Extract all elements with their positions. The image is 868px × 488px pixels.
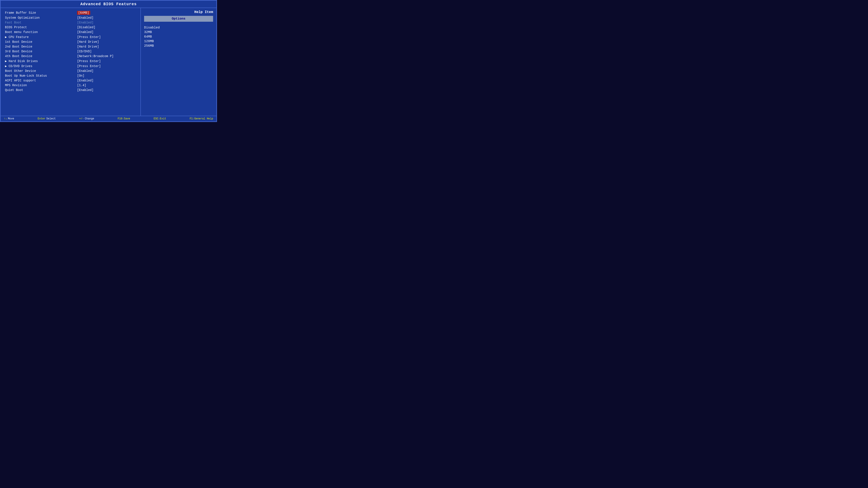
footer-item: F10:Save bbox=[118, 117, 130, 120]
bios-row[interactable]: Boot menu function[Enabled] bbox=[5, 30, 136, 34]
footer-desc: Select bbox=[46, 117, 56, 120]
bios-row[interactable]: BIOS Protect[Disabled] bbox=[5, 25, 136, 30]
option-item[interactable]: 256MB bbox=[144, 43, 213, 48]
bios-row[interactable]: Quiet Boot[Enabled] bbox=[5, 88, 136, 92]
row-label: 4th Boot Device bbox=[5, 55, 77, 58]
row-value: [1.4] bbox=[77, 84, 136, 87]
footer-item: F1:General Help bbox=[190, 117, 213, 120]
help-item-title: Help Item bbox=[144, 10, 213, 16]
footer-desc: Move bbox=[8, 117, 14, 120]
bios-row[interactable]: Boot Other Device[Enabled] bbox=[5, 69, 136, 73]
row-value: [Enabled] bbox=[77, 16, 136, 20]
bios-row[interactable]: 4th Boot Device[Network:Broadcom P] bbox=[5, 54, 136, 59]
options-box-title: Options bbox=[146, 17, 211, 21]
bios-row[interactable]: ACPI APIC support[Enabled] bbox=[5, 78, 136, 83]
options-box: Options bbox=[144, 16, 213, 22]
bios-row[interactable]: MPS Revision[1.4] bbox=[5, 83, 136, 88]
footer-item: +/-Change bbox=[79, 117, 94, 120]
bios-row[interactable]: ▶ Hard Disk Drives[Press Enter] bbox=[5, 59, 136, 64]
row-label: ▶ CD/DVD Drives bbox=[5, 64, 77, 68]
footer-item: EnterSelect bbox=[38, 117, 56, 120]
option-item[interactable]: 64MB bbox=[144, 34, 213, 39]
footer-key: ↑↓ bbox=[4, 117, 7, 120]
footer-key: +/- bbox=[79, 117, 84, 120]
row-label: MPS Revision bbox=[5, 84, 77, 87]
option-item[interactable]: 32MB bbox=[144, 30, 213, 34]
row-value: [Enabled] bbox=[77, 21, 136, 24]
bios-row[interactable]: System Optimization[Enabled] bbox=[5, 16, 136, 20]
row-label: 3rd Boot Device bbox=[5, 50, 77, 53]
row-label: System Optimization bbox=[5, 16, 77, 20]
footer-key: ESC:Exit bbox=[154, 117, 166, 120]
option-item[interactable]: 128MB bbox=[144, 39, 213, 43]
row-value: [Enabled] bbox=[77, 30, 136, 34]
page-title: Advanced BIOS Features bbox=[80, 2, 137, 6]
row-value: [Enabled] bbox=[77, 88, 136, 92]
row-value: [Press Enter] bbox=[77, 35, 136, 39]
row-label: Boot Up Num-Lock Status bbox=[5, 74, 77, 78]
left-panel: Frame Buffer Size[64MB]System Optimizati… bbox=[1, 8, 141, 116]
main-content: Frame Buffer Size[64MB]System Optimizati… bbox=[1, 8, 216, 116]
footer-desc: Change bbox=[85, 117, 94, 120]
row-label: 1st Boot Device bbox=[5, 40, 77, 43]
option-item[interactable]: Disabled bbox=[144, 25, 213, 30]
bios-row[interactable]: ▶ CD/DVD Drives[Press Enter] bbox=[5, 64, 136, 69]
bios-screen: Advanced BIOS Features Frame Buffer Size… bbox=[0, 0, 217, 122]
row-value: [Hard Drive] bbox=[77, 40, 136, 43]
row-label: 2nd Boot Device bbox=[5, 45, 77, 49]
title-bar: Advanced BIOS Features bbox=[1, 1, 216, 8]
row-value: [Hard Drive] bbox=[77, 45, 136, 49]
row-value: [Disabled] bbox=[77, 26, 136, 29]
row-label: Quiet Boot bbox=[5, 88, 77, 92]
footer-key: F10:Save bbox=[118, 117, 130, 120]
row-label: ACPI APIC support bbox=[5, 79, 77, 82]
row-value: [Press Enter] bbox=[77, 64, 136, 68]
row-label: BIOS Protect bbox=[5, 26, 77, 29]
bios-row[interactable]: Frame Buffer Size[64MB] bbox=[5, 10, 136, 16]
footer-item: ↑↓Move bbox=[4, 117, 14, 120]
row-value: [CD/DVD] bbox=[77, 50, 136, 53]
row-label: Frame Buffer Size bbox=[5, 11, 77, 14]
row-label: Boot Other Device bbox=[5, 69, 77, 73]
bios-row[interactable]: ▶ CPU Feature[Press Enter] bbox=[5, 34, 136, 39]
footer-item: ESC:Exit bbox=[154, 117, 166, 120]
footer-key: F1:General Help bbox=[190, 117, 213, 120]
bios-row[interactable]: Boot Up Num-Lock Status[On] bbox=[5, 73, 136, 78]
footer-bar: ↑↓MoveEnterSelect+/-ChangeF10:SaveESC:Ex… bbox=[1, 116, 216, 121]
options-list: Disabled32MB64MB128MB256MB bbox=[144, 24, 213, 49]
footer-key: Enter bbox=[38, 117, 45, 120]
right-panel: Help Item Options Disabled32MB64MB128MB2… bbox=[141, 8, 216, 116]
row-label: ▶ CPU Feature bbox=[5, 35, 77, 39]
bios-row[interactable]: 2nd Boot Device[Hard Drive] bbox=[5, 44, 136, 49]
row-value: [Press Enter] bbox=[77, 59, 136, 63]
row-value: [Network:Broadcom P] bbox=[77, 55, 136, 58]
row-value: [On] bbox=[77, 74, 136, 78]
row-value: [Enabled] bbox=[77, 79, 136, 82]
row-label: Boot menu function bbox=[5, 30, 77, 34]
bios-row[interactable]: 3rd Boot Device[CD/DVD] bbox=[5, 49, 136, 54]
row-value: [Enabled] bbox=[77, 69, 136, 73]
bios-row[interactable]: 1st Boot Device[Hard Drive] bbox=[5, 39, 136, 44]
row-label: ▶ Hard Disk Drives bbox=[5, 59, 77, 63]
row-label: Fast Boot bbox=[5, 21, 77, 24]
bios-row[interactable]: Fast Boot[Enabled] bbox=[5, 20, 136, 25]
row-value: [64MB] bbox=[77, 11, 136, 15]
